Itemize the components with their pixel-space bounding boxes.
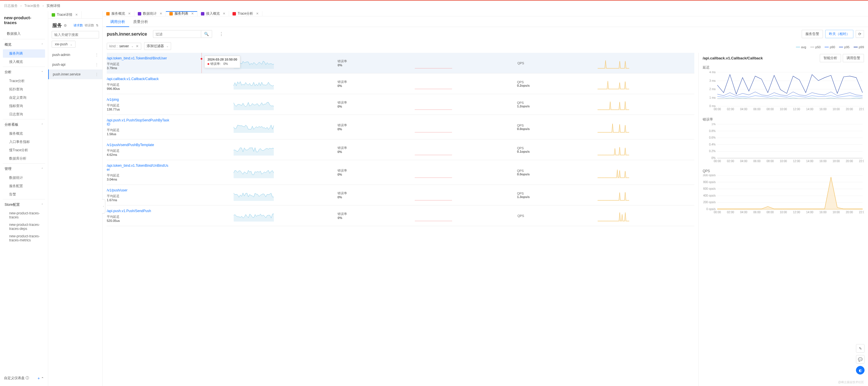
time-range-button[interactable]: 昨天（相对） bbox=[825, 30, 854, 38]
service-item[interactable]: push.inner.service⋮ bbox=[48, 69, 102, 79]
smart-analysis-button[interactable]: 智能分析 bbox=[820, 54, 841, 62]
endpoint-card[interactable]: /api.token_bind.v1.TokenBind/UnBindUser … bbox=[107, 160, 694, 185]
group-analysis[interactable]: 分析⌃ bbox=[3, 67, 45, 77]
sidebar-item-trace-analysis[interactable]: Trace分析 bbox=[3, 77, 45, 85]
endpoint-card[interactable]: /api.push.v1.Push/StopSendPushByTaskID 平… bbox=[107, 115, 694, 139]
more-icon[interactable]: ⋮ bbox=[95, 53, 98, 57]
group-store[interactable]: Store配置⌃ bbox=[3, 200, 45, 210]
tab-接入概览[interactable]: 接入概览✕ bbox=[197, 11, 229, 16]
svg-text:12:00: 12:00 bbox=[793, 211, 800, 214]
endpoint-card[interactable]: /v1/push/user 平均延迟1.67ms 错误率0% QPS1.3ops… bbox=[107, 185, 694, 205]
group-overview[interactable]: 概览⌃ bbox=[3, 40, 45, 50]
svg-text:10:00: 10:00 bbox=[780, 211, 787, 214]
latency-chart: 延迟 0 ms1 ms2 ms3 ms4 ms00:0002:0004:0006… bbox=[703, 65, 864, 111]
more-icon[interactable]: ⋮ bbox=[95, 63, 98, 67]
qps-sparkline bbox=[532, 189, 694, 201]
svg-text:20:00: 20:00 bbox=[846, 160, 853, 163]
svg-text:04:00: 04:00 bbox=[740, 108, 747, 111]
svg-text:20:00: 20:00 bbox=[846, 211, 853, 214]
sort-toggle[interactable]: 请求数 错误数 ⇅ bbox=[73, 23, 98, 28]
qps-sparkline bbox=[532, 121, 694, 133]
crumb-2[interactable]: Trace服务 bbox=[24, 4, 40, 8]
edit-fab[interactable]: ✎ bbox=[856, 344, 865, 353]
endpoint-card[interactable]: /api.token_bind.v1.TokenBind/BindUser 平均… bbox=[107, 53, 694, 73]
gear-icon[interactable]: ⚙ bbox=[64, 24, 67, 28]
close-icon[interactable]: ✕ bbox=[128, 12, 131, 15]
sidebar-item-custom-query[interactable]: 自定义查询 bbox=[3, 94, 45, 102]
error-sparkline bbox=[352, 167, 515, 178]
tab-icon bbox=[201, 12, 205, 15]
group-manage[interactable]: 管理⌃ bbox=[3, 164, 45, 173]
sidebar-item-alert[interactable]: 告警 bbox=[3, 190, 45, 199]
watermark: @稀土掘金技术社区 bbox=[838, 380, 864, 384]
call-alert-button[interactable]: 调用告警 bbox=[843, 54, 864, 62]
sidebar-item-entry-metrics[interactable]: 入口事务指标 bbox=[3, 138, 45, 146]
crumb-1[interactable]: 日志服务 bbox=[4, 4, 18, 8]
sidebar-item-svc-overview[interactable]: 服务概览 bbox=[3, 129, 45, 138]
sidebar-item-slow-trace[interactable]: 慢Trace分析 bbox=[3, 146, 45, 154]
endpoint-card[interactable]: /v1/ping 平均延迟138.77us 错误率0% QPS1.2ops/s bbox=[107, 94, 694, 115]
sidebar-item-store-1[interactable]: new-product-traces-traces-deps bbox=[3, 221, 45, 232]
tab-trace-detail[interactable]: Trace详情 ✕ bbox=[48, 11, 82, 19]
svg-text:12:00: 12:00 bbox=[793, 160, 800, 163]
svg-text:08:00: 08:00 bbox=[766, 160, 774, 163]
close-icon[interactable]: ✕ bbox=[191, 12, 194, 15]
chevron-down-icon: ⌄ bbox=[166, 44, 168, 47]
sidebar-item-log-query[interactable]: 日志查询 bbox=[3, 110, 45, 119]
close-icon[interactable]: ✕ bbox=[136, 44, 138, 48]
svg-text:22:00: 22:00 bbox=[859, 211, 864, 214]
close-icon[interactable]: ✕ bbox=[223, 12, 225, 15]
instance-title: new-product-traces bbox=[3, 13, 45, 29]
chevron-up-icon[interactable]: ⌃ bbox=[41, 377, 44, 381]
collapse-handle[interactable]: ‹ bbox=[102, 199, 105, 214]
svg-text:0.6%: 0.6% bbox=[709, 136, 716, 139]
search-button[interactable]: 🔍 bbox=[201, 30, 212, 38]
sidebar-item-db-analysis[interactable]: 数据库分析 bbox=[3, 154, 45, 163]
more-icon[interactable]: ⋮ bbox=[95, 72, 98, 76]
filter-input[interactable] bbox=[153, 30, 201, 38]
search-icon: 🔍 bbox=[204, 32, 209, 36]
svg-text:16:00: 16:00 bbox=[819, 211, 826, 214]
service-filter-chip[interactable]: xw-push ⌄ bbox=[52, 41, 75, 47]
endpoint-card[interactable]: /api.push.v1.Push/SendPush 平均延迟520.05us … bbox=[107, 205, 694, 226]
svg-text:00:00: 00:00 bbox=[714, 160, 721, 163]
tab-服务列表[interactable]: 服务列表✕ bbox=[166, 11, 197, 16]
group-boards[interactable]: 分析看板⌃ bbox=[3, 120, 45, 129]
close-icon[interactable]: ✕ bbox=[75, 13, 78, 17]
svg-text:200 ops/s: 200 ops/s bbox=[703, 201, 716, 204]
service-search-input[interactable] bbox=[52, 31, 99, 38]
filter-chip-kind[interactable]: kind : server ⌄ ✕ bbox=[107, 43, 141, 50]
tab-数据统计[interactable]: 数据统计✕ bbox=[134, 11, 166, 16]
endpoint-card[interactable]: /v1/push/sendPushByTemplate 平均延迟4.62ms 错… bbox=[107, 139, 694, 160]
tab-服务概览[interactable]: 服务概览✕ bbox=[103, 11, 134, 16]
sidebar-item-access-overview[interactable]: 接入概览 bbox=[3, 58, 45, 66]
add-filter-button[interactable]: 添加过滤器 ⌄ bbox=[144, 42, 171, 50]
breadcrumb: 日志服务 › Trace服务 › 实例详情 bbox=[0, 0, 868, 11]
chat-fab[interactable]: 💬 bbox=[856, 355, 865, 364]
tab-quality-analysis[interactable]: 质量分析 bbox=[129, 17, 152, 27]
svg-text:08:00: 08:00 bbox=[766, 211, 774, 214]
sidebar-item-topology[interactable]: 拓扑查询 bbox=[3, 85, 45, 94]
service-alert-button[interactable]: 服务告警 bbox=[802, 30, 823, 38]
detail-title: /api.callback.v1.Callback/Callback bbox=[703, 56, 763, 60]
sidebar-item-store-0[interactable]: new-product-traces-traces bbox=[3, 210, 45, 221]
data-access-link[interactable]: 数据接入 bbox=[3, 29, 45, 38]
refresh-button[interactable]: ⟳ bbox=[856, 30, 864, 38]
service-item[interactable]: push-api⋮ bbox=[48, 60, 102, 69]
sidebar-item-metric-query[interactable]: 指标查询 bbox=[3, 102, 45, 110]
sidebar: new-product-traces 数据接入 概览⌃ 服务列表 接入概览 分析… bbox=[0, 11, 48, 386]
service-item[interactable]: push-admin⋮ bbox=[48, 50, 102, 60]
more-icon[interactable]: ⋮ bbox=[218, 30, 225, 38]
endpoint-card[interactable]: /api.callback.v1.Callback/Callback 平均延迟9… bbox=[107, 73, 694, 94]
tab-call-analysis[interactable]: 调用分析 bbox=[106, 17, 129, 27]
sidebar-item-service-list[interactable]: 服务列表 bbox=[3, 50, 45, 58]
close-icon[interactable]: ✕ bbox=[160, 12, 162, 15]
help-fab[interactable]: ◐ bbox=[856, 366, 865, 375]
sidebar-item-svc-config[interactable]: 服务配置 bbox=[3, 182, 45, 190]
tab-Trace分析[interactable]: Trace分析✕ bbox=[229, 11, 262, 16]
svg-text:06:00: 06:00 bbox=[753, 160, 761, 163]
sidebar-item-data-stats[interactable]: 数据统计 bbox=[3, 173, 45, 182]
sidebar-item-store-2[interactable]: new-product-traces-traces-metrics bbox=[3, 232, 45, 244]
close-icon[interactable]: ✕ bbox=[256, 12, 259, 15]
add-dashboard-icon[interactable]: + bbox=[38, 376, 40, 381]
